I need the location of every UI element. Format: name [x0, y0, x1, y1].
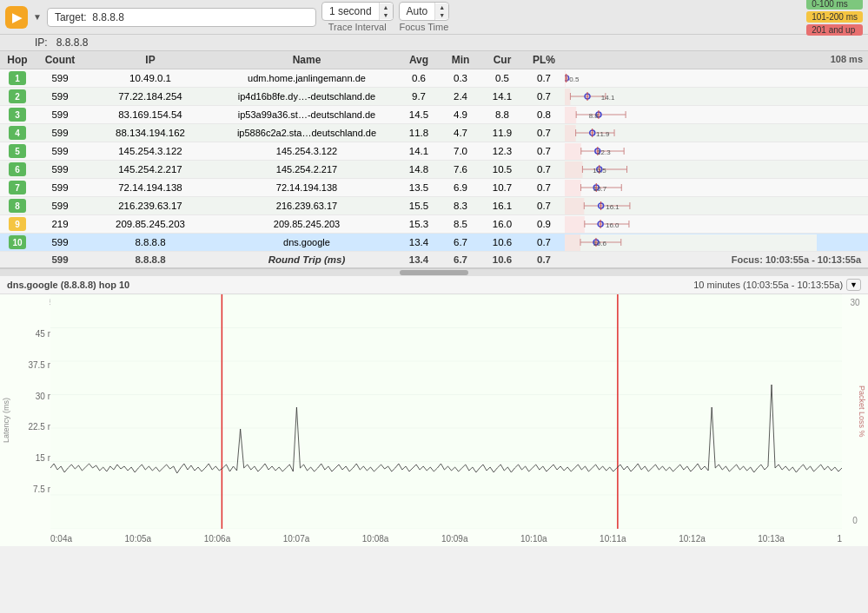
ip-cell: 10.49.0.1	[85, 73, 215, 83]
top-bar: ▶ ▼ 1 second ▲ ▼ Trace Interval Auto ▲ ▼…	[0, 0, 868, 35]
legend-101-200: 101-200 ms	[806, 11, 863, 23]
row-chart: 10.7	[565, 180, 868, 196]
svg-text:10.5: 10.5	[593, 167, 606, 175]
name-cell: 72.14.194.138	[215, 182, 398, 193]
round-trip-row: 599 8.8.8.8 Round Trip (ms) 13.4 6.7 10.…	[0, 252, 868, 268]
interval-stepper[interactable]: ▲ ▼	[380, 3, 393, 19]
hop-badge: 8	[9, 199, 26, 213]
app-icon[interactable]: ▶	[5, 6, 28, 29]
cur-cell: 14.1	[481, 91, 523, 102]
svg-text:16.1: 16.1	[606, 203, 620, 211]
focus-text: Focus: 10:03:55a - 10:13:55a	[732, 254, 868, 265]
chart-time-text: 10 minutes (10:03:55a - 10:13:55a)	[693, 280, 843, 290]
svg-rect-41	[565, 161, 582, 178]
ip-cell: 72.14.194.138	[85, 182, 215, 193]
row-chart: 12.3	[565, 143, 868, 160]
name-cell: udm.home.janlingemann.de	[215, 73, 398, 83]
focus-time-label: Focus Time	[399, 22, 448, 32]
cur-cell: 11.9	[481, 128, 523, 138]
table-row[interactable]: 7 599 72.14.194.138 72.14.194.138 13.5 6…	[0, 179, 868, 197]
svg-rect-65	[565, 216, 585, 233]
row-chart: 11.9	[565, 125, 868, 142]
ip-cell: 88.134.194.162	[85, 128, 215, 138]
focus-down[interactable]: ▼	[435, 11, 448, 19]
name-cell: ip4d16b8fe.dy…-deutschland.de	[215, 91, 398, 102]
focus-value: Auto	[400, 3, 436, 20]
table-row[interactable]: 5 599 145.254.3.122 145.254.3.122 14.1 7…	[0, 142, 868, 161]
scrollbar-thumb[interactable]	[400, 270, 469, 275]
hop-cell: 7	[0, 181, 35, 194]
scrollbar-area[interactable]	[0, 269, 868, 276]
table-row[interactable]: 6 599 145.254.2.217 145.254.2.217 14.8 7…	[0, 161, 868, 179]
right-axis-title: Packet Loss %	[856, 294, 868, 529]
svg-rect-73	[565, 234, 580, 251]
table-row[interactable]: 1 599 10.49.0.1 udm.home.janlingemann.de…	[0, 69, 868, 88]
row-chart: 14.1	[565, 89, 868, 105]
svg-rect-33	[565, 143, 581, 160]
pl-cell: 0.7	[523, 91, 565, 102]
svg-rect-17	[565, 107, 576, 123]
cur-cell: 10.5	[481, 164, 523, 175]
rt-label: Round Trip (ms)	[215, 254, 398, 265]
hop-badge: 3	[9, 108, 26, 122]
avg-cell: 9.7	[398, 91, 440, 102]
avg-cell: 15.5	[398, 201, 440, 211]
rt-count: 599	[35, 254, 85, 265]
header-cur: Cur	[481, 54, 523, 66]
name-cell: 145.254.2.217	[215, 164, 398, 175]
min-cell: 6.7	[440, 237, 481, 247]
chart-dropdown-btn[interactable]: ▼	[846, 279, 861, 291]
dropdown-chevron[interactable]: ▼	[33, 12, 42, 22]
header-avg: Avg	[398, 54, 440, 66]
avg-cell: 11.8	[398, 128, 440, 138]
table-row[interactable]: 8 599 216.239.63.17 216.239.63.17 15.5 8…	[0, 197, 868, 215]
table-row[interactable]: 3 599 83.169.154.54 ip53a99a36.st…-deuts…	[0, 106, 868, 124]
hop-badge: 5	[9, 144, 26, 158]
header-chart-time: 108 ms	[565, 54, 868, 66]
table-row[interactable]: 10 599 8.8.8.8 dns.google 13.4 6.7 10.6 …	[0, 234, 868, 252]
count-cell: 599	[35, 109, 85, 120]
focus-up[interactable]: ▲	[435, 3, 448, 11]
pl-cell: 0.7	[523, 128, 565, 138]
focus-stepper[interactable]: ▲ ▼	[435, 3, 448, 19]
x-label-1009: 10:09a	[441, 534, 468, 544]
svg-rect-57	[565, 198, 584, 214]
header-pl: PL%	[523, 54, 565, 66]
pl-cell: 0.8	[523, 109, 565, 120]
chart-body: Latency (ms) 50 45 ms 37.5 ms 30 ms 22.5…	[0, 294, 868, 546]
table-row[interactable]: 2 599 77.22.184.254 ip4d16b8fe.dy…-deuts…	[0, 88, 868, 106]
ip-cell: 145.254.2.217	[85, 164, 215, 175]
table-row[interactable]: 9 219 209.85.245.203 209.85.245.203 15.3…	[0, 215, 868, 234]
legend-201-up: 201 and up	[806, 24, 863, 36]
target-input[interactable]	[47, 8, 316, 27]
ip-cell: 77.22.184.254	[85, 91, 215, 102]
focus-group: Auto ▲ ▼	[399, 2, 450, 21]
count-cell: 599	[35, 201, 85, 211]
svg-text:11.9: 11.9	[596, 130, 610, 138]
svg-rect-89	[50, 294, 842, 529]
svg-rect-25	[565, 125, 576, 142]
hop-cell: 4	[0, 126, 35, 140]
svg-text:10.7: 10.7	[593, 185, 607, 193]
count-cell: 599	[35, 73, 85, 83]
hop-cell: 9	[0, 217, 35, 231]
name-cell: 209.85.245.203	[215, 219, 398, 229]
x-label-1011: 10:11a	[600, 534, 626, 544]
table-row[interactable]: 4 599 88.134.194.162 ip5886c2a2.sta…deut…	[0, 124, 868, 142]
table-area: Hop Count IP Name Avg Min Cur PL% 108 ms…	[0, 51, 868, 269]
min-cell: 7.6	[440, 164, 481, 175]
svg-rect-9	[565, 89, 570, 105]
chart-header: dns.google (8.8.8.8) hop 10 10 minutes (…	[0, 276, 868, 294]
min-cell: 4.7	[440, 128, 481, 138]
ip-row: IP: 8.8.8.8	[0, 35, 868, 51]
count-cell: 219	[35, 219, 85, 229]
interval-group: 1 second ▲ ▼	[321, 2, 394, 21]
x-label-end: 1	[837, 534, 842, 544]
cur-cell: 12.3	[481, 146, 523, 156]
svg-rect-49	[565, 180, 581, 196]
interval-up[interactable]: ▲	[380, 3, 393, 11]
x-label-1005: 10:05a	[125, 534, 152, 544]
rt-avg: 13.4	[398, 254, 440, 265]
interval-down[interactable]: ▼	[380, 11, 393, 19]
chart-title: dns.google (8.8.8.8) hop 10	[7, 280, 129, 290]
